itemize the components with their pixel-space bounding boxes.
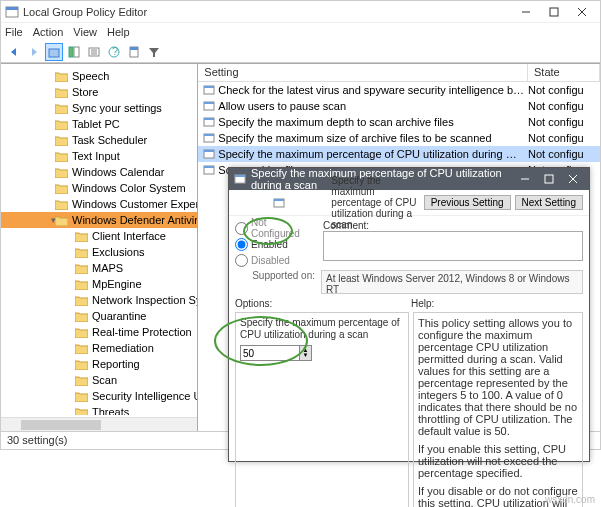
tree-node-label: MpEngine: [92, 278, 142, 290]
tree-node-label: Reporting: [92, 358, 140, 370]
tree-node[interactable]: Scan: [1, 372, 197, 388]
app-icon: [5, 5, 19, 19]
tree-node-label: Scan: [92, 374, 117, 386]
folder-icon: [55, 71, 68, 82]
list-cell-setting: Allow users to pause scan: [218, 100, 528, 112]
folder-icon: [75, 311, 88, 322]
tree-node-label: Security Intelligence Updates: [92, 390, 197, 402]
folder-icon: [75, 231, 88, 242]
watermark: wsxdn.com: [545, 494, 595, 505]
list-row[interactable]: Allow users to pause scanNot configu: [198, 98, 600, 114]
tree-scroll-horizontal[interactable]: [1, 417, 197, 431]
radio-enabled-label: Enabled: [251, 239, 288, 250]
next-setting-button[interactable]: Next Setting: [515, 195, 583, 210]
tree-node[interactable]: Speech: [1, 68, 197, 84]
tree-node[interactable]: Sync your settings: [1, 100, 197, 116]
menu-help[interactable]: Help: [107, 26, 130, 38]
cpu-percent-stepper[interactable]: ▲▼: [240, 345, 404, 361]
help-button[interactable]: ?: [105, 43, 123, 61]
list-row[interactable]: Specify the maximum percentage of CPU ut…: [198, 146, 600, 162]
list-cell-state: Not configu: [528, 132, 600, 144]
list-cell-setting: Specify the maximum depth to scan archiv…: [218, 116, 528, 128]
col-setting[interactable]: Setting: [198, 64, 528, 81]
properties-button[interactable]: [125, 43, 143, 61]
svg-rect-17: [204, 102, 214, 104]
collapse-icon[interactable]: ▾: [51, 215, 56, 225]
radio-notconfigured[interactable]: [235, 222, 248, 235]
svg-rect-1: [6, 7, 18, 10]
folder-icon: [75, 407, 88, 416]
tree-node[interactable]: Exclusions: [1, 244, 197, 260]
folder-icon: [75, 295, 88, 306]
folder-icon: [75, 327, 88, 338]
tree-node-label: Remediation: [92, 342, 154, 354]
dialog-maximize-button[interactable]: [537, 170, 561, 188]
minimize-button[interactable]: [512, 2, 540, 22]
tree-node[interactable]: Store: [1, 84, 197, 100]
maximize-button[interactable]: [540, 2, 568, 22]
tree-node[interactable]: MAPS: [1, 260, 197, 276]
tree-node[interactable]: MpEngine: [1, 276, 197, 292]
svg-rect-27: [235, 175, 245, 177]
tree-node[interactable]: Tablet PC: [1, 116, 197, 132]
list-cell-setting: Check for the latest virus and spyware s…: [218, 84, 528, 96]
folder-icon: [75, 343, 88, 354]
folder-icon: [75, 391, 88, 402]
cpu-percent-input[interactable]: [240, 345, 300, 361]
tree-node-label: Text Input: [72, 150, 120, 162]
stepper-spin[interactable]: ▲▼: [300, 345, 312, 361]
radio-disabled[interactable]: [235, 254, 248, 267]
folder-icon: [55, 135, 68, 146]
svg-rect-33: [274, 199, 284, 201]
menubar: File Action View Help: [1, 23, 600, 41]
tree-node[interactable]: Threats: [1, 404, 197, 415]
dialog-minimize-button[interactable]: [513, 170, 537, 188]
menu-action[interactable]: Action: [33, 26, 64, 38]
close-button[interactable]: [568, 2, 596, 22]
tree-node[interactable]: Security Intelligence Updates: [1, 388, 197, 404]
svg-rect-29: [545, 175, 553, 183]
up-button[interactable]: [45, 43, 63, 61]
radio-enabled[interactable]: [235, 238, 248, 251]
dialog-close-button[interactable]: [561, 170, 585, 188]
list-row[interactable]: Specify the maximum depth to scan archiv…: [198, 114, 600, 130]
tree-node[interactable]: Text Input: [1, 148, 197, 164]
dialog-sub-icon: [235, 196, 323, 210]
export-button[interactable]: [85, 43, 103, 61]
col-state[interactable]: State: [528, 64, 600, 81]
folder-icon: [75, 359, 88, 370]
radio-disabled-row[interactable]: Disabled: [235, 252, 315, 268]
svg-rect-15: [204, 86, 214, 88]
menu-view[interactable]: View: [73, 26, 97, 38]
show-hide-button[interactable]: [65, 43, 83, 61]
tree-node[interactable]: Reporting: [1, 356, 197, 372]
radio-notconfigured-row[interactable]: Not Configured: [235, 220, 315, 236]
options-label: Options:: [235, 298, 411, 312]
window-title: Local Group Policy Editor: [23, 6, 512, 18]
list-cell-state: Not configu: [528, 148, 600, 160]
tree-node[interactable]: Task Scheduler: [1, 132, 197, 148]
svg-rect-8: [74, 47, 79, 57]
supported-label: Supported on:: [235, 270, 315, 294]
menu-file[interactable]: File: [5, 26, 23, 38]
comment-input[interactable]: [323, 231, 583, 261]
tree-node[interactable]: Real-time Protection: [1, 324, 197, 340]
list-row[interactable]: Check for the latest virus and spyware s…: [198, 82, 600, 98]
tree-node[interactable]: ▾Windows Defender Antivirus: [1, 212, 197, 228]
tree-node[interactable]: Windows Color System: [1, 180, 197, 196]
tree-node[interactable]: Network Inspection System: [1, 292, 197, 308]
back-button[interactable]: [5, 43, 23, 61]
tree-node[interactable]: Remediation: [1, 340, 197, 356]
filter-button[interactable]: [145, 43, 163, 61]
list-row[interactable]: Specify the maximum size of archive file…: [198, 130, 600, 146]
previous-setting-button[interactable]: Previous Setting: [424, 195, 511, 210]
forward-button[interactable]: [25, 43, 43, 61]
tree-node[interactable]: Client Interface: [1, 228, 197, 244]
folder-icon: [55, 151, 68, 162]
tree-pane[interactable]: SpeechStoreSync your settingsTablet PCTa…: [1, 64, 198, 431]
option-text: Specify the maximum percentage of CPU ut…: [240, 317, 404, 341]
setting-icon: [202, 100, 216, 112]
tree-node[interactable]: Windows Calendar: [1, 164, 197, 180]
tree-node[interactable]: Windows Customer Experience Imp: [1, 196, 197, 212]
tree-node[interactable]: Quarantine: [1, 308, 197, 324]
